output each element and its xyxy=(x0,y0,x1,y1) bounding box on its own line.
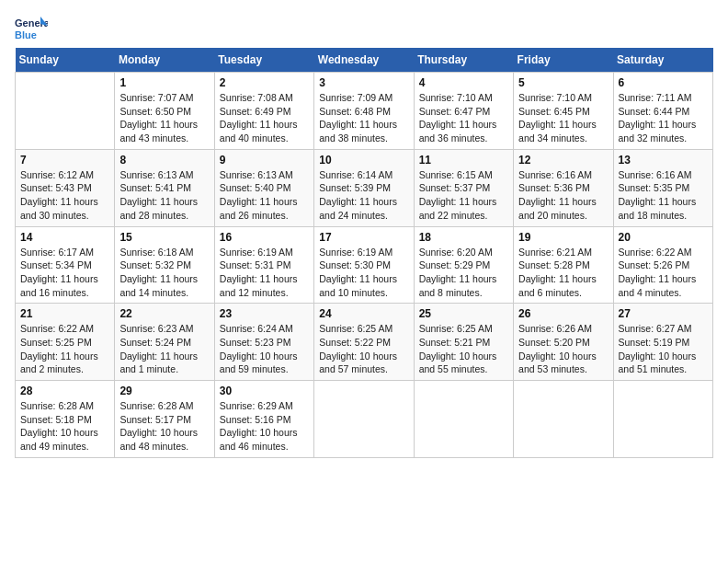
calendar-cell: 29Sunrise: 6:28 AM Sunset: 5:17 PM Dayli… xyxy=(115,381,214,458)
calendar-cell xyxy=(414,381,513,458)
day-info: Sunrise: 6:21 AM Sunset: 5:28 PM Dayligh… xyxy=(518,246,608,300)
day-number: 14 xyxy=(20,231,109,244)
calendar-cell: 27Sunrise: 6:27 AM Sunset: 5:19 PM Dayli… xyxy=(613,304,712,381)
day-number: 18 xyxy=(419,231,508,244)
day-number: 12 xyxy=(518,154,608,167)
calendar-cell: 8Sunrise: 6:13 AM Sunset: 5:41 PM Daylig… xyxy=(115,149,214,226)
day-number: 21 xyxy=(20,307,109,320)
calendar-week-2: 7Sunrise: 6:12 AM Sunset: 5:43 PM Daylig… xyxy=(16,149,713,226)
calendar-header-row: SundayMondayTuesdayWednesdayThursdayFrid… xyxy=(16,48,713,73)
svg-text:Blue: Blue xyxy=(15,29,37,40)
calendar-table: SundayMondayTuesdayWednesdayThursdayFrid… xyxy=(15,48,713,458)
day-info: Sunrise: 7:09 AM Sunset: 6:48 PM Dayligh… xyxy=(319,91,408,145)
day-info: Sunrise: 7:10 AM Sunset: 6:47 PM Dayligh… xyxy=(419,91,508,145)
day-info: Sunrise: 7:08 AM Sunset: 6:49 PM Dayligh… xyxy=(220,91,309,145)
day-info: Sunrise: 6:12 AM Sunset: 5:43 PM Dayligh… xyxy=(20,168,109,223)
calendar-cell: 25Sunrise: 6:25 AM Sunset: 5:21 PM Dayli… xyxy=(414,304,513,381)
day-info: Sunrise: 6:29 AM Sunset: 5:16 PM Dayligh… xyxy=(220,399,309,454)
day-info: Sunrise: 6:13 AM Sunset: 5:41 PM Dayligh… xyxy=(119,168,209,223)
day-number: 6 xyxy=(619,76,708,89)
day-number: 8 xyxy=(119,154,209,167)
calendar-week-3: 14Sunrise: 6:17 AM Sunset: 5:34 PM Dayli… xyxy=(16,226,713,304)
header-cell-sunday: Sunday xyxy=(16,48,115,73)
calendar-cell: 30Sunrise: 6:29 AM Sunset: 5:16 PM Dayli… xyxy=(214,381,313,458)
day-info: Sunrise: 6:15 AM Sunset: 5:37 PM Dayligh… xyxy=(419,168,508,223)
calendar-cell: 3Sunrise: 7:09 AM Sunset: 6:48 PM Daylig… xyxy=(314,73,414,150)
day-number: 26 xyxy=(518,307,608,320)
calendar-week-1: 1Sunrise: 7:07 AM Sunset: 6:50 PM Daylig… xyxy=(16,73,713,150)
day-number: 16 xyxy=(220,231,309,244)
day-number: 2 xyxy=(220,76,309,89)
day-info: Sunrise: 6:28 AM Sunset: 5:18 PM Dayligh… xyxy=(20,399,109,454)
logo-icon: General Blue xyxy=(15,15,48,40)
calendar-cell: 14Sunrise: 6:17 AM Sunset: 5:34 PM Dayli… xyxy=(16,226,115,304)
calendar-cell: 16Sunrise: 6:19 AM Sunset: 5:31 PM Dayli… xyxy=(214,226,313,304)
day-number: 17 xyxy=(319,231,408,244)
logo: General Blue xyxy=(15,15,48,40)
header-cell-tuesday: Tuesday xyxy=(214,48,313,73)
day-info: Sunrise: 6:13 AM Sunset: 5:40 PM Dayligh… xyxy=(220,168,309,223)
header: General Blue xyxy=(15,15,713,40)
day-info: Sunrise: 7:11 AM Sunset: 6:44 PM Dayligh… xyxy=(619,91,708,145)
day-number: 20 xyxy=(619,231,708,244)
day-number: 7 xyxy=(20,154,109,167)
day-info: Sunrise: 6:19 AM Sunset: 5:31 PM Dayligh… xyxy=(220,246,309,300)
day-number: 1 xyxy=(119,76,209,89)
calendar-cell: 1Sunrise: 7:07 AM Sunset: 6:50 PM Daylig… xyxy=(115,73,214,150)
calendar-cell: 4Sunrise: 7:10 AM Sunset: 6:47 PM Daylig… xyxy=(414,73,513,150)
calendar-week-4: 21Sunrise: 6:22 AM Sunset: 5:25 PM Dayli… xyxy=(16,304,713,381)
calendar-cell: 10Sunrise: 6:14 AM Sunset: 5:39 PM Dayli… xyxy=(314,149,414,226)
day-info: Sunrise: 7:07 AM Sunset: 6:50 PM Dayligh… xyxy=(119,91,209,145)
day-number: 22 xyxy=(119,307,209,320)
day-number: 3 xyxy=(319,76,408,89)
day-info: Sunrise: 6:24 AM Sunset: 5:23 PM Dayligh… xyxy=(220,322,309,376)
day-info: Sunrise: 6:26 AM Sunset: 5:20 PM Dayligh… xyxy=(518,322,608,376)
day-info: Sunrise: 6:27 AM Sunset: 5:19 PM Dayligh… xyxy=(619,322,708,376)
day-number: 10 xyxy=(319,154,408,167)
day-info: Sunrise: 6:16 AM Sunset: 5:35 PM Dayligh… xyxy=(619,168,708,223)
calendar-cell: 15Sunrise: 6:18 AM Sunset: 5:32 PM Dayli… xyxy=(115,226,214,304)
calendar-cell: 12Sunrise: 6:16 AM Sunset: 5:36 PM Dayli… xyxy=(514,149,613,226)
calendar-cell: 9Sunrise: 6:13 AM Sunset: 5:40 PM Daylig… xyxy=(214,149,313,226)
calendar-cell: 20Sunrise: 6:22 AM Sunset: 5:26 PM Dayli… xyxy=(613,226,712,304)
calendar-cell xyxy=(16,73,115,150)
day-info: Sunrise: 6:22 AM Sunset: 5:25 PM Dayligh… xyxy=(20,322,109,376)
day-info: Sunrise: 6:20 AM Sunset: 5:29 PM Dayligh… xyxy=(419,246,508,300)
calendar-cell: 18Sunrise: 6:20 AM Sunset: 5:29 PM Dayli… xyxy=(414,226,513,304)
calendar-cell: 21Sunrise: 6:22 AM Sunset: 5:25 PM Dayli… xyxy=(16,304,115,381)
calendar-cell: 26Sunrise: 6:26 AM Sunset: 5:20 PM Dayli… xyxy=(514,304,613,381)
day-number: 27 xyxy=(619,307,708,320)
day-info: Sunrise: 6:28 AM Sunset: 5:17 PM Dayligh… xyxy=(119,399,209,454)
calendar-body: 1Sunrise: 7:07 AM Sunset: 6:50 PM Daylig… xyxy=(16,73,713,458)
header-cell-thursday: Thursday xyxy=(414,48,513,73)
calendar-cell: 22Sunrise: 6:23 AM Sunset: 5:24 PM Dayli… xyxy=(115,304,214,381)
day-number: 4 xyxy=(419,76,508,89)
day-number: 23 xyxy=(220,307,309,320)
calendar-cell: 17Sunrise: 6:19 AM Sunset: 5:30 PM Dayli… xyxy=(314,226,414,304)
calendar-cell: 2Sunrise: 7:08 AM Sunset: 6:49 PM Daylig… xyxy=(214,73,313,150)
day-number: 28 xyxy=(20,385,109,397)
day-number: 11 xyxy=(419,154,508,167)
day-info: Sunrise: 6:23 AM Sunset: 5:24 PM Dayligh… xyxy=(119,322,209,376)
header-cell-friday: Friday xyxy=(514,48,613,73)
day-info: Sunrise: 6:18 AM Sunset: 5:32 PM Dayligh… xyxy=(119,246,209,300)
day-number: 5 xyxy=(518,76,608,89)
day-number: 24 xyxy=(319,307,408,320)
day-info: Sunrise: 6:14 AM Sunset: 5:39 PM Dayligh… xyxy=(319,168,408,223)
calendar-week-5: 28Sunrise: 6:28 AM Sunset: 5:18 PM Dayli… xyxy=(16,381,713,458)
day-number: 15 xyxy=(119,231,209,244)
calendar-cell: 11Sunrise: 6:15 AM Sunset: 5:37 PM Dayli… xyxy=(414,149,513,226)
day-info: Sunrise: 6:17 AM Sunset: 5:34 PM Dayligh… xyxy=(20,246,109,300)
calendar-cell: 23Sunrise: 6:24 AM Sunset: 5:23 PM Dayli… xyxy=(214,304,313,381)
day-info: Sunrise: 6:16 AM Sunset: 5:36 PM Dayligh… xyxy=(518,168,608,223)
calendar-cell: 5Sunrise: 7:10 AM Sunset: 6:45 PM Daylig… xyxy=(514,73,613,150)
header-cell-monday: Monday xyxy=(115,48,214,73)
day-number: 19 xyxy=(518,231,608,244)
day-info: Sunrise: 6:25 AM Sunset: 5:22 PM Dayligh… xyxy=(319,322,408,376)
calendar-cell: 7Sunrise: 6:12 AM Sunset: 5:43 PM Daylig… xyxy=(16,149,115,226)
day-info: Sunrise: 6:22 AM Sunset: 5:26 PM Dayligh… xyxy=(619,246,708,300)
header-cell-saturday: Saturday xyxy=(613,48,712,73)
calendar-cell: 19Sunrise: 6:21 AM Sunset: 5:28 PM Dayli… xyxy=(514,226,613,304)
day-number: 25 xyxy=(419,307,508,320)
calendar-cell xyxy=(514,381,613,458)
